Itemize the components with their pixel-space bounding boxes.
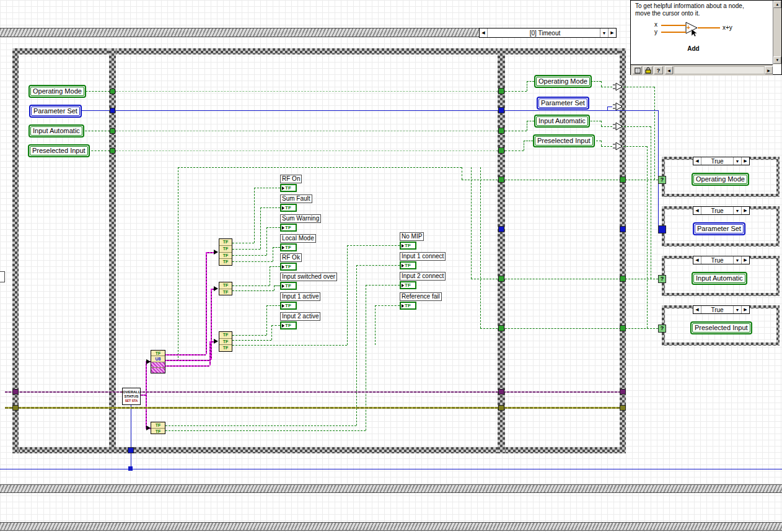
wire-boolean[interactable] bbox=[178, 167, 462, 168]
tunnel-integer[interactable] bbox=[620, 226, 626, 232]
tunnel-boolean[interactable] bbox=[620, 325, 626, 331]
tunnel-boolean[interactable] bbox=[498, 128, 504, 134]
case-input-tunnel[interactable] bbox=[658, 225, 666, 233]
wire-boolean[interactable] bbox=[623, 87, 654, 87]
wire-boolean[interactable] bbox=[601, 146, 612, 147]
event-prev-arrow-icon[interactable]: ◀ bbox=[480, 28, 488, 37]
wire-boolean[interactable] bbox=[601, 87, 612, 87]
wire-boolean[interactable] bbox=[232, 345, 347, 346]
case-dropdown-icon[interactable]: ▼ bbox=[733, 207, 741, 214]
tunnel-boolean[interactable] bbox=[498, 325, 504, 331]
detailed-help-button[interactable]: ? bbox=[654, 66, 663, 74]
wire-integer[interactable] bbox=[131, 404, 131, 469]
tunnel-boolean[interactable] bbox=[620, 276, 626, 282]
case-selector-tunnel[interactable]: ? bbox=[658, 325, 666, 333]
wire-boolean[interactable] bbox=[232, 335, 266, 336]
wire-boolean[interactable] bbox=[254, 188, 255, 243]
wire-boolean[interactable] bbox=[270, 266, 280, 267]
overall-status-subvi[interactable]: OVERALL STATUS SET STA bbox=[122, 388, 141, 405]
tunnel-boolean[interactable] bbox=[620, 177, 626, 183]
structure-border-bottom[interactable] bbox=[12, 447, 626, 453]
wire-boolean[interactable] bbox=[116, 150, 498, 151]
wire-cluster[interactable] bbox=[165, 365, 209, 367]
scroll-up-button[interactable]: ▲ bbox=[773, 1, 781, 8]
tf-terminal-reference-fail[interactable]: TF bbox=[400, 302, 416, 310]
case-dropdown-icon[interactable]: ▼ bbox=[733, 256, 741, 264]
wire-boolean[interactable] bbox=[254, 188, 280, 188]
tf-terminal-sum-warning[interactable]: TF bbox=[280, 224, 297, 232]
wire-boolean[interactable] bbox=[375, 305, 400, 306]
wire-boolean[interactable] bbox=[274, 286, 280, 286]
wire-boolean[interactable] bbox=[621, 126, 651, 127]
wire-boolean[interactable] bbox=[527, 81, 534, 82]
wire-boolean[interactable] bbox=[260, 207, 261, 249]
tunnel-boolean[interactable] bbox=[110, 148, 115, 154]
connector-pane-button[interactable] bbox=[633, 66, 642, 74]
wire-boolean[interactable] bbox=[82, 91, 110, 92]
tunnel-reference[interactable] bbox=[620, 389, 626, 395]
tunnel-reference[interactable] bbox=[498, 389, 504, 395]
wire-boolean[interactable] bbox=[356, 265, 400, 266]
wire-boolean[interactable] bbox=[505, 131, 527, 131]
wire-boolean[interactable] bbox=[178, 167, 178, 361]
wire-boolean[interactable] bbox=[527, 121, 534, 121]
event-selector[interactable]: ◀ [0] Timeout ▼ ▶ bbox=[479, 28, 617, 38]
structure-border-top[interactable] bbox=[12, 48, 626, 55]
wire-boolean[interactable] bbox=[232, 249, 260, 250]
output-arrow-icon[interactable] bbox=[612, 82, 623, 94]
wire-boolean[interactable] bbox=[266, 227, 280, 228]
unbundle-1[interactable]: TF TF TF TF bbox=[219, 238, 232, 266]
wire-boolean[interactable] bbox=[651, 126, 651, 279]
lock-help-button[interactable] bbox=[643, 66, 652, 74]
case-prev-arrow-icon[interactable]: ◀ bbox=[693, 207, 701, 214]
wire-integer[interactable] bbox=[0, 469, 782, 469]
wire-boolean[interactable] bbox=[527, 121, 527, 131]
outer-structure-bar-1[interactable] bbox=[0, 484, 782, 493]
wire-reference-purple[interactable] bbox=[5, 391, 623, 393]
wire-boolean[interactable] bbox=[505, 150, 524, 151]
tunnel-boolean[interactable] bbox=[498, 276, 504, 282]
wire-boolean[interactable] bbox=[165, 430, 366, 431]
tunnel-integer[interactable] bbox=[498, 226, 504, 232]
terminal-input-automatic-2[interactable]: Input Automatic bbox=[534, 115, 590, 128]
wire-cluster[interactable] bbox=[209, 341, 214, 342]
terminal-operating-mode-2[interactable]: Operating Mode bbox=[534, 75, 592, 88]
unbundle-2[interactable]: TF TF bbox=[219, 282, 232, 295]
wire-junction-dot[interactable] bbox=[128, 466, 133, 471]
indicator-preselected-input[interactable]: Preselected Input bbox=[690, 321, 752, 334]
tunnel-boolean[interactable] bbox=[110, 128, 115, 134]
wire-boolean[interactable] bbox=[601, 141, 602, 146]
unbundle-main[interactable]: TF U8 bbox=[151, 350, 165, 373]
case-dropdown-icon[interactable]: ▼ bbox=[733, 306, 741, 313]
wire-boolean[interactable] bbox=[375, 305, 376, 345]
tf-terminal-rf-on[interactable]: TF bbox=[280, 184, 297, 192]
wire-boolean[interactable] bbox=[601, 126, 612, 127]
wire-boolean[interactable] bbox=[273, 247, 273, 261]
tf-terminal-input-2-connect[interactable]: TF bbox=[400, 281, 416, 289]
wire-boolean[interactable] bbox=[232, 261, 273, 262]
case-next-arrow-icon[interactable]: ▶ bbox=[741, 306, 749, 313]
indicator-input-automatic[interactable]: Input Automatic bbox=[692, 272, 747, 285]
wire-boolean[interactable] bbox=[480, 328, 658, 329]
case-selector-3[interactable]: ◀ True ▼ ▶ bbox=[693, 256, 750, 264]
wire-boolean[interactable] bbox=[356, 265, 357, 425]
unbundle-4[interactable]: TF TF bbox=[151, 422, 165, 434]
scroll-left-button[interactable]: ◀ bbox=[665, 66, 673, 74]
case-prev-arrow-icon[interactable]: ◀ bbox=[693, 256, 701, 264]
tunnel-integer[interactable] bbox=[498, 107, 504, 113]
wire-boolean[interactable] bbox=[347, 245, 400, 246]
wire-boolean[interactable] bbox=[260, 207, 280, 208]
tunnel-integer[interactable] bbox=[128, 447, 134, 453]
case-selector-tunnel[interactable]: ? bbox=[658, 275, 666, 283]
tunnel-boolean[interactable] bbox=[498, 177, 504, 183]
wire-boolean[interactable] bbox=[524, 141, 524, 150]
terminal-parameter-set[interactable]: Parameter Set bbox=[29, 105, 82, 118]
wire-boolean[interactable] bbox=[116, 131, 498, 131]
event-dropdown-icon[interactable]: ▼ bbox=[600, 28, 608, 37]
case-selector-tunnel[interactable]: ? bbox=[658, 176, 666, 184]
tunnel-reference[interactable] bbox=[498, 405, 504, 411]
wire-boolean[interactable] bbox=[647, 146, 648, 328]
case-selector-2[interactable]: ◀ True ▼ ▶ bbox=[693, 206, 750, 215]
wire-boolean[interactable] bbox=[366, 285, 400, 286]
indicator-operating-mode[interactable]: Operating Mode bbox=[692, 173, 749, 186]
